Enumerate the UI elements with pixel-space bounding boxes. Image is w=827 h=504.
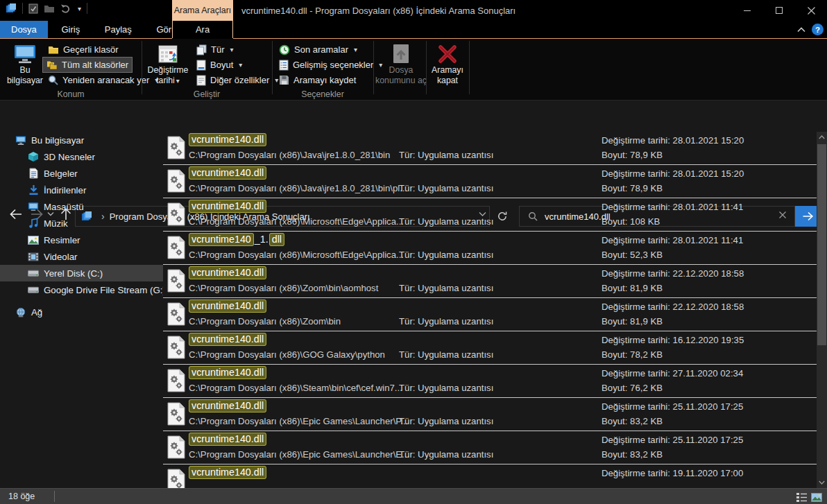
search-highlight: vcruntime140.dll <box>189 200 266 213</box>
sidebar-item[interactable]: Müzik <box>0 215 163 232</box>
large-icons-view-icon[interactable] <box>810 491 823 503</box>
music-icon <box>28 218 39 229</box>
result-row[interactable]: vcruntime140.dllC:\Program Dosyaları (x8… <box>163 398 817 431</box>
result-row[interactable]: vcruntime140.dllC:\Program Dosyaları (x8… <box>163 431 817 464</box>
customize-toolbar-chevron-icon[interactable]: ▾ <box>78 5 81 12</box>
help-icon[interactable]: ? <box>812 24 824 35</box>
group-separator <box>142 41 142 94</box>
file-size: Boyut: 78,9 KB <box>602 150 663 160</box>
file-size: Boyut: 81,9 KB <box>602 316 663 327</box>
toolbar-divider <box>22 3 23 14</box>
file-name: vcruntime140.dll <box>189 134 266 145</box>
videos-icon <box>28 251 39 262</box>
scrollbar-thumb[interactable] <box>817 144 826 345</box>
dropdown-arrow-icon: ▾ <box>354 46 357 53</box>
disk-icon <box>28 268 39 279</box>
this-pc-button[interactable]: Bu bilgisayar <box>4 41 46 96</box>
result-row[interactable]: vcruntime140.dllC:\Program Dosyaları (x8… <box>163 365 817 398</box>
sidebar-item[interactable]: Ağ <box>0 304 163 320</box>
title-bar: ▾ Arama Araçları vcruntime140.dll - Prog… <box>0 0 827 21</box>
dll-file-icon <box>167 202 185 226</box>
file-modified-date: Değiştirme tarihi: 28.01.2021 11:41 <box>602 202 743 212</box>
other-properties-button[interactable]: Diğer özellikler ▾ <box>193 73 282 87</box>
cube-icon <box>28 151 39 162</box>
red-x-icon <box>436 43 459 65</box>
save-search-button[interactable]: Aramayı kaydet <box>275 73 359 87</box>
tab-home[interactable]: Giriş <box>50 21 91 38</box>
file-name: vcruntime140.dll <box>189 267 266 278</box>
result-row[interactable]: vcruntime140_1.dllC:\Program Dosyaları (… <box>163 232 817 265</box>
file-modified-date: Değiştirme tarihi: 19.11.2020 17:00 <box>602 468 743 478</box>
properties-icon[interactable] <box>28 3 38 14</box>
undo-icon[interactable] <box>60 3 71 13</box>
search-highlight: vcruntime140.dll <box>189 399 266 412</box>
file-size: Boyut: 52,3 KB <box>602 250 663 260</box>
group-label-secenekler: Seçenekler <box>272 89 373 99</box>
file-name: vcruntime140_1.dll <box>189 234 284 245</box>
result-row[interactable]: vcruntime140.dllC:\Program Dosyaları (x8… <box>163 198 817 232</box>
file-path: C:\Program Dosyaları (x86)\Microsoft\Edg… <box>189 250 404 260</box>
result-row[interactable]: vcruntime140.dllC:\Program Dosyaları (x8… <box>163 265 817 298</box>
new-folder-icon[interactable] <box>44 4 55 13</box>
file-size: Boyut: 78,9 KB <box>602 183 663 193</box>
dropdown-arrow-icon: ▾ <box>239 61 242 69</box>
advanced-options-button[interactable]: Gelişmiş seçenekler ▾ <box>275 58 386 72</box>
all-subfolders-button[interactable]: Tüm alt klasörler <box>43 58 132 72</box>
sidebar-item[interactable]: Bu bilgisayar <box>0 132 163 148</box>
sidebar-item[interactable]: 3D Nesneler <box>0 148 163 165</box>
minimize-button[interactable] <box>731 0 763 21</box>
result-row[interactable]: vcruntime140.dllC:\Program Dosyaları (x8… <box>163 132 817 165</box>
sidebar-item[interactable]: Belgeler <box>0 165 163 182</box>
tab-file[interactable]: Dosya <box>0 21 48 38</box>
results-list: vcruntime140.dllC:\Program Dosyaları (x8… <box>163 132 817 488</box>
size-button[interactable]: Boyut ▾ <box>193 58 246 72</box>
file-size: Boyut: 83,2 KB <box>602 416 663 426</box>
dll-file-icon <box>167 236 185 259</box>
sidebar-item-label: Masaüstü <box>44 202 84 212</box>
result-row[interactable]: vcruntime140.dllC:\Program Dosyaları (x8… <box>163 331 817 365</box>
result-row[interactable]: vcruntime140.dllC:\Program Dosyaları (x8… <box>163 165 817 198</box>
file-modified-date: Değiştirme tarihi: 22.12.2020 18:58 <box>602 302 744 312</box>
maximize-button[interactable] <box>763 0 795 21</box>
sidebar-item[interactable]: Masaüstü <box>0 198 163 215</box>
scroll-up-icon[interactable] <box>817 132 827 143</box>
search-highlight: vcruntime140.dll <box>189 299 266 313</box>
sidebar-item[interactable]: İndirilenler <box>0 182 163 198</box>
close-button[interactable] <box>795 0 827 21</box>
sidebar-item-label: Bu bilgisayar <box>31 135 84 146</box>
sidebar-item[interactable]: Yerel Disk (C:) <box>0 265 163 281</box>
open-file-location-button[interactable]: Dosya konumunu aç <box>375 41 427 96</box>
sidebar-item-label: Belgeler <box>44 168 78 179</box>
dll-file-icon <box>167 369 185 392</box>
file-modified-date: Değiştirme tarihi: 27.11.2020 02:34 <box>602 368 743 379</box>
search-highlight: vcruntime140.dll <box>189 266 266 279</box>
vertical-scrollbar[interactable] <box>817 132 827 488</box>
result-row[interactable]: vcruntime140.dllC:\Program Dosyaları (x8… <box>163 298 817 331</box>
scroll-down-icon[interactable] <box>817 477 827 488</box>
file-type: Tür: Uygulama uzantısı <box>399 250 493 260</box>
details-view-icon[interactable] <box>795 491 808 503</box>
sidebar-item[interactable]: Videolar <box>0 248 163 265</box>
date-modified-button[interactable]: Değiştirme tarihi▾ <box>144 41 191 96</box>
folder-up-arrow-icon <box>391 43 411 65</box>
dll-file-icon <box>167 302 185 326</box>
close-search-button[interactable]: Aramayı kapat <box>429 41 466 96</box>
result-row[interactable]: vcruntime140.dllDeğiştirme tarihi: 19.11… <box>163 464 817 488</box>
sidebar-item[interactable]: Google Drive File Stream (G:) <box>0 281 163 298</box>
collapse-ribbon-icon[interactable] <box>795 24 808 36</box>
advanced-options-icon <box>279 60 289 71</box>
file-path: C:\Program Dosyaları (x86)\Java\jre1.8.0… <box>189 183 407 193</box>
pictures-icon <box>28 234 39 245</box>
tab-search-active[interactable]: Ara <box>172 21 233 38</box>
file-modified-date: Değiştirme tarihi: 22.12.2020 18:58 <box>602 268 744 279</box>
recent-searches-button[interactable]: Son aramalar ▾ <box>275 42 361 57</box>
kind-icon <box>196 44 207 55</box>
current-folder-button[interactable]: Geçerli klasör <box>44 42 121 57</box>
tab-share[interactable]: Paylaş <box>94 21 143 38</box>
dll-file-icon <box>167 169 185 193</box>
toolbar-divider <box>87 3 87 14</box>
group-label-gelistir: Geliştir <box>142 89 272 99</box>
sidebar-item[interactable]: Resimler <box>0 232 163 248</box>
file-name: vcruntime140.dll <box>189 400 266 411</box>
kind-button[interactable]: Tür ▾ <box>193 42 237 57</box>
